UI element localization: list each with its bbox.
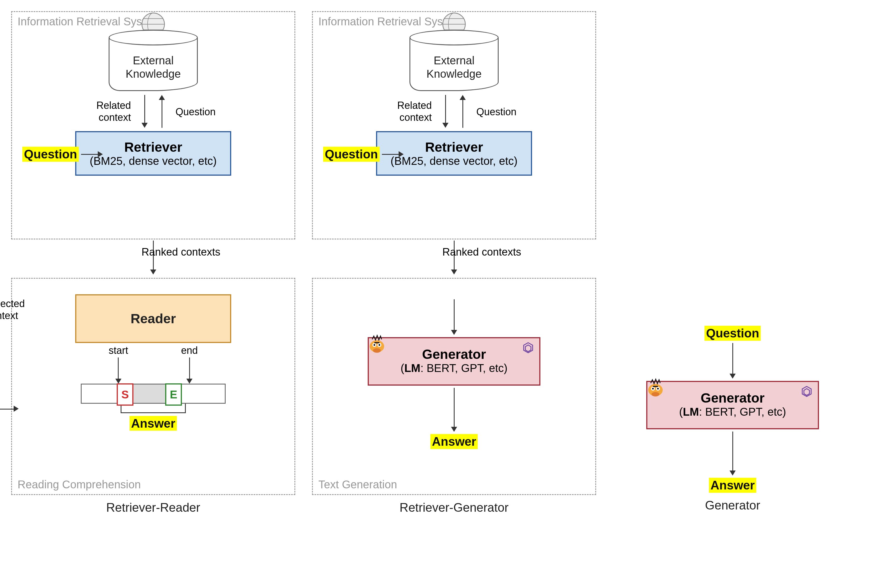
reading-comp-label: Reading Comprehension [18, 478, 141, 491]
retriever-wrap-1: Question Retriever (BM25, dense vector, … [75, 131, 231, 176]
ir-inner-1: External Knowledge Related context Quest… [19, 30, 288, 176]
end-label: end [181, 345, 198, 356]
svg-rect-8 [374, 342, 379, 343]
ir-system-box-2: Information Retrieval System External Kn… [312, 11, 596, 239]
column-generator: Question Generator (LM: BERT, GPT, etc) … [613, 326, 852, 512]
db-retriever-arrows: Related context Question [95, 95, 212, 131]
question-badge-1: Question [22, 147, 79, 162]
bert-icon-2 [646, 378, 665, 397]
retriever-wrap-2: Question Retriever (BM25, dense vector, … [376, 131, 532, 176]
context-span-bar: S E [81, 384, 225, 404]
question-to-retriever-arrow-2 [382, 151, 404, 157]
generator-sub-2: (LM: BERT, GPT, etc) [650, 406, 815, 418]
svg-point-7 [379, 344, 380, 346]
generator-box-2: Generator (LM: BERT, GPT, etc) [646, 381, 819, 429]
reader-output-arrows: start end [109, 345, 198, 384]
ir-inner-2: External Knowledge Related context Quest… [320, 30, 589, 176]
ranked-contexts-label-1: Ranked contexts [141, 246, 220, 258]
external-knowledge-db-2: External Knowledge [409, 30, 499, 94]
svg-point-13 [652, 388, 654, 390]
generator-title-2: Generator [650, 390, 815, 406]
ir-system-label: Information Retrieval System [18, 15, 161, 28]
rc-inner: Selected context Reader start end S E [19, 294, 288, 450]
question-arrow-label: Question [176, 106, 220, 118]
text-gen-box: Generator (LM: BERT, GPT, etc) Answer Te… [312, 278, 596, 495]
question-badge-3: Question [705, 326, 761, 341]
related-context-label: Related context [86, 99, 131, 123]
ranked-contexts-arrow-1: Ranked contexts [150, 240, 156, 277]
gen-inner-2: Generator (LM: BERT, GPT, etc) Answer [320, 297, 589, 469]
svg-point-14 [657, 388, 659, 390]
ir-system-box-1: Information Retrieval System External Kn… [11, 11, 295, 239]
reading-comp-box: Selected context Reader start end S E [11, 278, 295, 495]
openai-icon-2 [799, 385, 814, 400]
column-retriever-generator: Information Retrieval System External Kn… [312, 11, 596, 514]
svg-point-6 [374, 344, 375, 346]
bert-icon [367, 334, 387, 353]
generator-title-1: Generator [371, 346, 536, 362]
ranked-contexts-label-2: Ranked contexts [442, 246, 521, 258]
answer-badge-3: Answer [709, 478, 757, 493]
text-gen-label: Text Generation [319, 478, 397, 491]
openai-icon [520, 341, 536, 357]
into-generator-arrow [451, 299, 457, 335]
generator-sub-1: (LM: BERT, GPT, etc) [371, 362, 536, 375]
start-token: S [117, 383, 134, 406]
col3-title: Generator [705, 498, 760, 512]
generator-to-answer-arrow [451, 388, 457, 432]
question-arrow-label-2: Question [476, 106, 521, 118]
related-context-label-2: Related context [387, 99, 432, 123]
external-knowledge-label: External Knowledge [109, 54, 198, 81]
reader-box: Reader [75, 294, 231, 343]
db-retriever-arrows-2: Related context Question [395, 95, 512, 131]
svg-rect-15 [653, 386, 658, 387]
question-to-retriever-arrow [81, 151, 103, 157]
ir-system-label-2: Information Retrieval System [319, 15, 461, 28]
answer-badge-2: Answer [430, 434, 478, 449]
generator-to-answer-arrow-2 [730, 432, 736, 476]
diagram-root: Information Retrieval System External Kn… [11, 11, 862, 514]
end-token: E [165, 383, 182, 406]
selected-context-arrow: Selected context [0, 298, 25, 410]
question-to-generator-arrow [730, 343, 736, 379]
external-knowledge-label-2: External Knowledge [409, 54, 499, 81]
gen-only-inner: Question Generator (LM: BERT, GPT, etc) … [646, 326, 819, 493]
external-knowledge-db: External Knowledge [109, 30, 198, 94]
svg-point-3 [373, 348, 381, 353]
generator-box-1: Generator (LM: BERT, GPT, etc) [368, 337, 540, 386]
col1-title: Retriever-Reader [106, 501, 200, 514]
ranked-contexts-arrow-2: Ranked contexts [451, 240, 457, 277]
column-retriever-reader: Information Retrieval System External Kn… [11, 11, 295, 514]
question-badge-2: Question [323, 147, 380, 162]
start-label: start [109, 345, 128, 356]
reader-title: Reader [131, 311, 176, 326]
svg-point-10 [652, 392, 660, 396]
col2-title: Retriever-Generator [400, 501, 508, 514]
selected-context-label: Selected context [0, 298, 25, 322]
answer-badge-1: Answer [129, 416, 177, 431]
